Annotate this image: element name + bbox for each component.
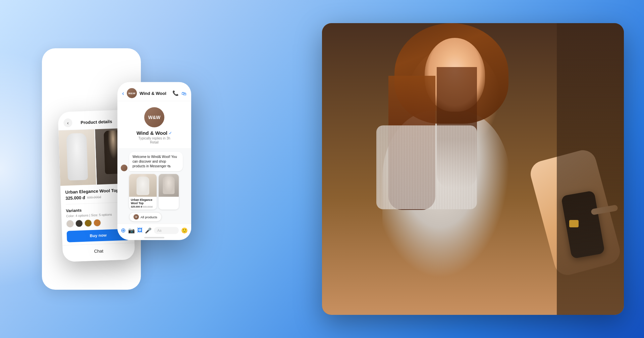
price-original: 600.000đ	[87, 195, 101, 199]
chat-message-row: Welcome to Wind& Wool! You can discover …	[121, 152, 188, 171]
chat-bottom-button[interactable]: Chat	[62, 243, 135, 259]
verified-badge: ✓	[169, 130, 172, 135]
product-card-1-orig: 600.000đ	[143, 206, 153, 208]
price-current: 325.000 đ	[65, 195, 85, 201]
photo-card	[322, 23, 624, 315]
image-toolbar-icon[interactable]: 🖼	[137, 227, 143, 233]
product-cards-row: Urban Elegance Wool Top 325.000 đ 600.00…	[129, 174, 188, 210]
emoji-toolbar-icon[interactable]: 🙂	[181, 227, 188, 234]
store-avatar-small: W&W	[127, 88, 137, 98]
product-card-2[interactable]	[159, 174, 179, 210]
messenger-header: ‹ W&W Wind & Wool 📞 🛍	[117, 86, 191, 101]
sender-avatar	[121, 165, 127, 171]
variant-color-1[interactable]	[66, 220, 74, 228]
variant-color-4[interactable]	[93, 219, 101, 227]
product-image-1	[58, 129, 96, 186]
variants-label: Variants	[66, 208, 82, 213]
variant-color-3[interactable]	[84, 219, 92, 227]
reply-time: Typically replies in 3h	[122, 136, 186, 140]
store-name-large: Wind & Wool	[137, 130, 167, 136]
back-button-phone1[interactable]: ‹	[63, 118, 72, 127]
store-category: Retail	[122, 140, 186, 144]
messenger-toolbar: ⊕ 📷 🖼 🎤 Aa 🙂	[117, 224, 191, 237]
messenger-store-name: Wind & Wool	[140, 91, 170, 96]
store-profile: W&W Wind & Wool ✓ Typically replies in 3…	[117, 101, 191, 149]
all-products-button[interactable]: W All products	[129, 212, 162, 222]
camera-toolbar-icon[interactable]: 📷	[128, 227, 135, 234]
chat-area: Welcome to Wind& Wool! You can discover …	[117, 149, 191, 224]
product-details-title: Product details	[80, 119, 112, 125]
phone-messenger: ‹ W&W Wind & Wool 📞 🛍 W&W Wind & Wool ✓ …	[117, 82, 191, 240]
phone-icon[interactable]: 📞	[172, 90, 179, 96]
product-card-1[interactable]: Urban Elegance Wool Top 325.000 đ 600.00…	[129, 174, 157, 210]
product-card-1-name: Urban Elegance Wool Top	[131, 198, 155, 205]
messenger-back-button[interactable]: ‹	[122, 90, 124, 97]
message-input[interactable]: Aa	[154, 227, 179, 234]
add-icon[interactable]: ⊕	[121, 227, 126, 234]
mic-toolbar-icon[interactable]: 🎤	[145, 227, 152, 234]
chat-bubble: Welcome to Wind& Wool! You can discover …	[129, 152, 183, 171]
product-card-1-price: 325.000 đ	[131, 205, 142, 208]
variant-color-2[interactable]	[75, 220, 83, 227]
cart-icon[interactable]: 🛍	[181, 90, 186, 96]
store-avatar-large: W&W	[144, 107, 164, 127]
